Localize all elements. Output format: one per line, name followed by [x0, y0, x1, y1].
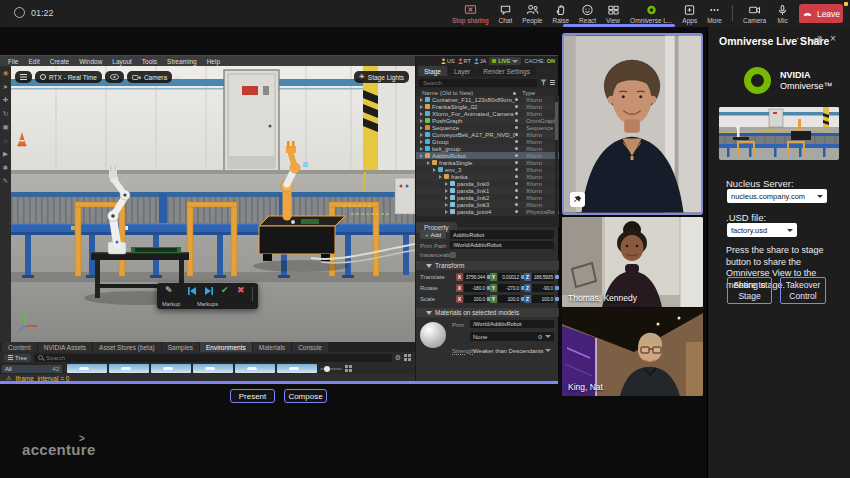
popout-icon[interactable] — [813, 36, 822, 45]
tree-row[interactable]: env_3Xform — [416, 166, 559, 173]
environment-thumbnail[interactable] — [67, 364, 107, 373]
select-tool-icon[interactable]: ➤ — [3, 84, 8, 91]
prim-path-field[interactable]: /World/AdditivRobot — [450, 241, 554, 249]
translate-z-field[interactable]: 186.5935 — [532, 273, 554, 281]
video-tile[interactable]: King, Nat — [562, 308, 703, 396]
menu-window[interactable]: Window — [79, 58, 102, 65]
viewport-menu-button[interactable] — [15, 71, 32, 83]
tree-row[interactable]: frankaSingleXform — [416, 159, 559, 166]
reject-markup-icon[interactable]: ✖ — [237, 286, 245, 295]
link-toggle-icon[interactable] — [555, 297, 559, 301]
usd-file-dropdown[interactable]: factory.usd — [727, 223, 797, 237]
menu-file[interactable]: File — [8, 58, 18, 65]
menu-tools[interactable]: Tools — [142, 58, 157, 65]
camera-selector[interactable]: Camera — [127, 71, 172, 83]
move-tool-icon[interactable]: ✚ — [3, 97, 8, 104]
physics-tool-icon[interactable]: ✱ — [3, 165, 8, 172]
tab-stage[interactable]: Stage — [418, 66, 447, 76]
leave-button[interactable]: Leave — [799, 4, 843, 23]
all-environments-item[interactable]: All42 — [2, 365, 62, 373]
stage-scrollbar[interactable] — [555, 96, 558, 215]
menu-streaming[interactable]: Streaming — [167, 58, 197, 65]
prim-name-field[interactable]: AdditivRobot — [450, 230, 554, 239]
next-markup-icon[interactable] — [204, 286, 214, 296]
instanceable-checkbox[interactable] — [450, 252, 456, 258]
mic-button[interactable]: Mic — [772, 0, 793, 26]
raise-hand-button[interactable]: Raise — [548, 0, 573, 26]
tree-row[interactable]: panda_link0Xform — [416, 180, 559, 187]
compose-button[interactable]: Compose — [284, 389, 327, 403]
video-tile-pinned[interactable] — [562, 33, 703, 215]
rotate-y-field[interactable]: -270.0 — [498, 284, 520, 292]
visibility-toggle[interactable] — [105, 71, 124, 83]
content-search-input[interactable]: Search — [34, 354, 392, 362]
environment-thumbnail[interactable] — [277, 364, 317, 373]
react-button[interactable]: React — [575, 0, 600, 26]
scale-y-field[interactable]: 100.0 — [498, 295, 520, 303]
menu-edit[interactable]: Edit — [28, 58, 39, 65]
rotate-x-field[interactable]: -180.0 — [464, 284, 486, 292]
thumbnail-size-slider[interactable] — [320, 368, 342, 370]
environment-thumbnail[interactable] — [193, 364, 233, 373]
link-toggle-icon[interactable] — [555, 286, 559, 290]
tree-row[interactable]: panda_link1Xform — [416, 187, 559, 194]
tree-row[interactable]: ConveyorBelt_A17_PR_NVD_01Xform — [416, 131, 559, 138]
menu-create[interactable]: Create — [50, 58, 70, 65]
rotate-z-field[interactable]: -90.0 — [532, 284, 554, 292]
tree-row[interactable]: Container_F11_123x80x89cm_PR_V...Xform — [416, 96, 559, 103]
content-settings-icon[interactable]: ⚙ — [395, 354, 401, 361]
omniverse-menu-icon[interactable]: ◉ — [3, 70, 9, 77]
environment-thumbnail[interactable] — [109, 364, 149, 373]
approve-markup-icon[interactable]: ✔ — [221, 286, 229, 295]
tree-row[interactable]: GroupXform — [416, 138, 559, 145]
stage-lights-control[interactable]: ☀ Stage Lights — [354, 71, 409, 83]
stop-sharing-button[interactable]: Stop sharing — [448, 0, 493, 26]
snap-tool-icon[interactable]: ∩ — [3, 138, 8, 145]
view-button[interactable]: View — [602, 0, 624, 26]
tab-environments[interactable]: Environments — [200, 342, 252, 352]
live-badge[interactable]: LIVE — [489, 57, 521, 65]
expand-chevrons-icon[interactable]: » — [175, 73, 178, 82]
scale-x-field[interactable]: 100.0 — [464, 295, 486, 303]
tree-row[interactable]: SequenceSequence — [416, 124, 559, 131]
environment-thumbnail[interactable] — [151, 364, 191, 373]
tab-render-settings[interactable]: Render Settings — [477, 66, 536, 76]
transform-section-header[interactable]: Transform — [416, 261, 559, 270]
environment-thumbnail[interactable] — [235, 364, 275, 373]
scale-z-field[interactable]: 100.0 — [532, 295, 554, 303]
translate-x-field[interactable]: 3756.044 — [464, 273, 486, 281]
material-gear-icon[interactable]: ⚙ — [538, 334, 543, 340]
tree-row[interactable]: panda_link3Xform — [416, 201, 559, 208]
share-to-stage-button[interactable]: Share to Stage — [727, 277, 772, 304]
viewport[interactable]: RTX - Real Time Camera » ☀ Stage Lights — [11, 66, 415, 342]
tab-asset-stores[interactable]: Asset Stores (beta) — [93, 342, 161, 352]
strength-dropdown[interactable]: Weaker than Descendants — [470, 346, 554, 355]
takeover-control-button[interactable]: Takeover Control — [780, 277, 826, 304]
pin-badge[interactable] — [570, 192, 585, 207]
present-button[interactable]: Present — [230, 389, 275, 403]
grid-view-icon[interactable] — [345, 365, 352, 372]
list-options-icon[interactable] — [550, 79, 555, 87]
tree-row[interactable]: Xform_For_Animated_CameraXform — [416, 110, 559, 117]
menu-layout[interactable]: Layout — [112, 58, 132, 65]
tab-samples[interactable]: Samples — [162, 342, 199, 352]
tab-console[interactable]: Console — [292, 342, 328, 352]
nucleus-server-dropdown[interactable]: nucleus.company.com — [727, 189, 827, 203]
tree-row[interactable]: FrankaSingle_02Xform — [416, 103, 559, 110]
scale-tool-icon[interactable]: ▣ — [2, 124, 8, 131]
tree-row[interactable]: panda_link2Xform — [416, 194, 559, 201]
tree-row-selected[interactable]: AdditivRobotXform — [416, 152, 559, 159]
tab-nvidia-assets[interactable]: NVIDIA Assets — [38, 342, 92, 352]
tab-materials[interactable]: Materials — [253, 342, 291, 352]
tree-row[interactable]: panda_joint4PhysicsRevolu... — [416, 208, 559, 215]
play-icon[interactable]: ▶ — [3, 151, 8, 158]
tree-row[interactable]: frankaXform — [416, 173, 559, 180]
tree-toggle-button[interactable]: Tree — [4, 354, 31, 362]
camera-button[interactable]: Camera — [739, 0, 770, 26]
chat-button[interactable]: Chat — [495, 0, 517, 26]
more-button[interactable]: More — [703, 0, 726, 26]
tree-row[interactable]: belt_groupXform — [416, 145, 559, 152]
markup-pencil-icon[interactable]: ✎ — [165, 286, 173, 295]
material-prim-field[interactable]: /World/AdditivRobot — [470, 320, 554, 328]
menu-help[interactable]: Help — [207, 58, 220, 65]
